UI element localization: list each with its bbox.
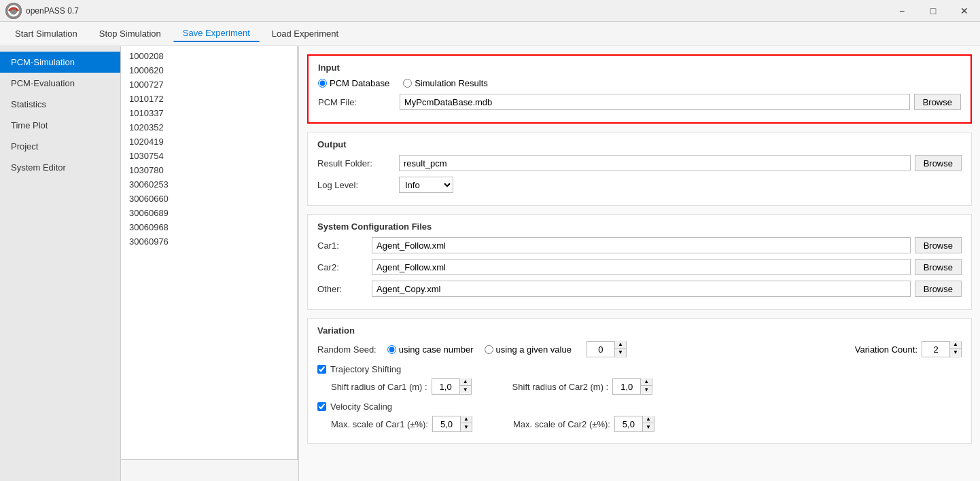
pcm-file-input[interactable] — [400, 94, 910, 110]
scale-car2-up[interactable]: ▲ — [643, 416, 654, 423]
scale-car1-up[interactable]: ▲ — [461, 416, 472, 423]
given-value-input[interactable]: 0 — [587, 342, 614, 357]
variation-count-up[interactable]: ▲ — [950, 341, 961, 349]
minimize-button[interactable]: − — [886, 0, 917, 22]
variation-title: Variation — [317, 325, 962, 336]
scale-car1-arrows: ▲ ▼ — [460, 416, 472, 432]
shift-car1-down[interactable]: ▼ — [460, 386, 471, 393]
sim-results-radio[interactable] — [403, 79, 412, 88]
variation-count-down[interactable]: ▼ — [950, 349, 961, 356]
sidebar-item-statistics[interactable]: Statistics — [0, 94, 120, 115]
stop-simulation-button[interactable]: Stop Simulation — [90, 26, 171, 41]
maximize-button[interactable]: □ — [917, 0, 949, 22]
variation-count-input[interactable]: 2 — [922, 342, 949, 357]
main-layout: PCM-Simulation PCM-Evaluation Statistics… — [0, 46, 980, 481]
app-logo — [5, 3, 22, 19]
shift-car1-input[interactable]: 1,0 — [432, 379, 459, 394]
pcm-file-browse-button[interactable]: Browse — [914, 94, 961, 110]
seed-case-radio[interactable] — [387, 345, 396, 354]
other-input[interactable] — [372, 281, 911, 297]
list-item[interactable]: 30060660 — [121, 192, 297, 206]
result-folder-row: Result Folder: Browse — [317, 155, 962, 171]
sim-results-label: Simulation Results — [415, 78, 488, 88]
pcm-database-radio[interactable] — [318, 79, 327, 88]
log-level-select[interactable]: Info Debug Warning Error — [399, 177, 453, 193]
result-folder-browse-button[interactable]: Browse — [915, 155, 962, 171]
velocity-checkbox[interactable] — [317, 402, 326, 411]
seed-given-radio[interactable] — [485, 345, 493, 354]
list-item[interactable]: 1000727 — [121, 77, 297, 92]
list-item[interactable]: 1000620 — [121, 63, 297, 77]
trajectory-fields: Shift radius of Car1 (m) : 1,0 ▲ ▼ Shift… — [331, 378, 962, 395]
given-value-up[interactable]: ▲ — [615, 341, 626, 349]
save-experiment-button[interactable]: Save Experiment — [173, 25, 260, 42]
variation-count-group: Variation Count: 2 ▲ ▼ — [855, 341, 962, 357]
pcm-file-row: PCM File: Browse — [318, 94, 961, 110]
car1-input[interactable] — [372, 237, 911, 253]
scale-car1-group: Max. scale of Car1 (±%): 5,0 ▲ ▼ — [331, 416, 472, 432]
log-level-label: Log Level: — [317, 180, 399, 190]
start-simulation-button[interactable]: Start Simulation — [5, 26, 87, 41]
trajectory-checkbox[interactable] — [317, 365, 326, 374]
sidebar: PCM-Simulation PCM-Evaluation Statistics… — [0, 46, 121, 481]
case-list: 1000208 1000620 1000727 1010172 1010337 … — [121, 46, 298, 459]
list-item[interactable]: 30060253 — [121, 177, 297, 192]
car2-input[interactable] — [372, 259, 911, 275]
car2-label: Car2: — [317, 262, 372, 272]
list-item[interactable]: 1000208 — [121, 49, 297, 63]
sidebar-item-time-plot[interactable]: Time Plot — [0, 115, 120, 136]
shift-car2-arrows: ▲ ▼ — [640, 378, 652, 395]
variation-count-arrows: ▲ ▼ — [949, 341, 961, 357]
velocity-label[interactable]: Velocity Scaling — [330, 402, 392, 412]
list-item[interactable]: 1030780 — [121, 163, 297, 177]
given-value-down[interactable]: ▼ — [615, 349, 626, 356]
list-item[interactable]: 1030754 — [121, 149, 297, 163]
sim-results-radio-label[interactable]: Simulation Results — [403, 78, 488, 88]
car1-row: Car1: Browse — [317, 237, 962, 253]
shift-car2-up[interactable]: ▲ — [641, 378, 652, 386]
scale-car2-down[interactable]: ▼ — [643, 423, 654, 431]
other-browse-button[interactable]: Browse — [915, 281, 962, 297]
sidebar-item-pcm-simulation[interactable]: PCM-Simulation — [0, 52, 120, 73]
given-value-arrows: ▲ ▼ — [614, 341, 626, 357]
pcm-database-label: PCM Database — [330, 78, 389, 88]
car1-browse-button[interactable]: Browse — [915, 237, 962, 253]
sidebar-item-pcm-evaluation[interactable]: PCM-Evaluation — [0, 73, 120, 94]
variation-count-label: Variation Count: — [855, 344, 917, 355]
list-item[interactable]: 1010337 — [121, 106, 297, 120]
shift-car1-up[interactable]: ▲ — [460, 378, 471, 386]
trajectory-label[interactable]: Trajectory Shifting — [330, 364, 401, 374]
list-item[interactable]: 30060968 — [121, 220, 297, 234]
pcm-file-label: PCM File: — [318, 97, 400, 107]
list-item[interactable]: 1020352 — [121, 120, 297, 135]
result-folder-label: Result Folder: — [317, 158, 399, 168]
list-item[interactable]: 30060689 — [121, 206, 297, 220]
load-experiment-button[interactable]: Load Experiment — [262, 26, 348, 41]
shift-car1-label: Shift radius of Car1 (m) : — [331, 382, 427, 392]
scale-car1-input[interactable]: 5,0 — [433, 416, 460, 431]
pcm-database-radio-label[interactable]: PCM Database — [318, 78, 389, 88]
list-item[interactable]: 1020419 — [121, 135, 297, 149]
seed-given-radio-label[interactable]: using a given value — [485, 344, 572, 355]
given-value-spinbox: 0 ▲ ▼ — [587, 341, 627, 357]
close-button[interactable]: ✕ — [949, 0, 980, 22]
seed-case-radio-label[interactable]: using case number — [387, 344, 474, 355]
list-item[interactable]: 1010172 — [121, 92, 297, 106]
car2-row: Car2: Browse — [317, 259, 962, 275]
list-footer — [121, 459, 298, 481]
car2-browse-button[interactable]: Browse — [915, 259, 962, 275]
shift-car2-input[interactable]: 1,0 — [613, 379, 640, 394]
sidebar-item-system-editor[interactable]: System Editor — [0, 157, 120, 178]
shift-car2-down[interactable]: ▼ — [641, 386, 652, 393]
app-title: openPASS 0.7 — [26, 6, 79, 16]
scale-car2-group: Max. scale of Car2 (±%): 5,0 ▲ ▼ — [513, 416, 654, 432]
scale-car1-down[interactable]: ▼ — [461, 423, 472, 431]
result-folder-input[interactable] — [399, 155, 911, 171]
input-section: Input PCM Database Simulation Results PC… — [307, 54, 972, 124]
other-label: Other: — [317, 284, 372, 294]
sidebar-item-project[interactable]: Project — [0, 136, 120, 157]
variation-count-spinbox: 2 ▲ ▼ — [922, 341, 962, 357]
scale-car2-input[interactable]: 5,0 — [615, 416, 642, 431]
list-item[interactable]: 30060976 — [121, 234, 297, 249]
system-config-section: System Configuration Files Car1: Browse … — [307, 214, 972, 310]
